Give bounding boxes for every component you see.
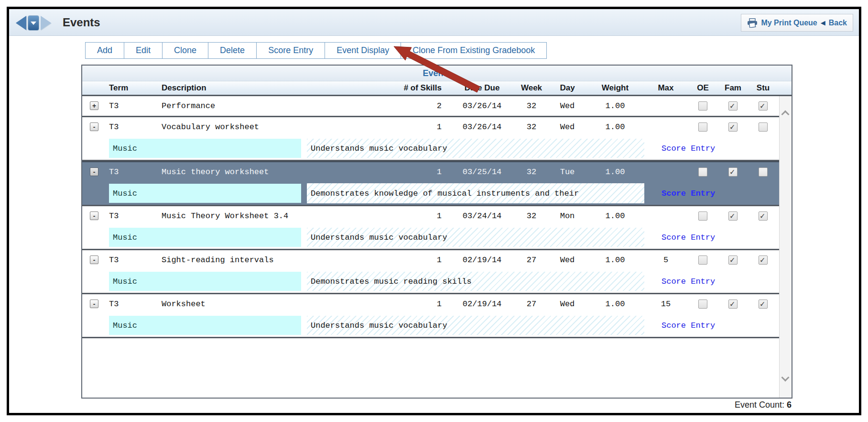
fam-cell xyxy=(718,300,748,309)
skills-cell: 1 xyxy=(389,122,449,132)
print-queue-bar: My Print Queue ◀ Back xyxy=(741,14,853,32)
expand-toggle-button[interactable]: - xyxy=(90,167,98,176)
stu-checkbox[interactable] xyxy=(759,122,768,132)
week-cell: 27 xyxy=(515,255,548,265)
score-entry-link[interactable]: Score Entry xyxy=(662,233,715,242)
event-row[interactable]: -T3Vocabulary worksheet103/26/1432Wed1.0… xyxy=(82,117,779,137)
toolbar-button-event-display[interactable]: Event Display xyxy=(325,42,401,59)
stu-cell xyxy=(748,167,778,177)
weight-cell: 1.00 xyxy=(586,211,644,221)
nav-next-icon[interactable] xyxy=(41,16,51,30)
scroll-down-icon[interactable] xyxy=(781,374,790,382)
toolbar-button-add[interactable]: Add xyxy=(85,42,124,59)
skill-description-cell: Understands music vocabulary xyxy=(307,139,644,158)
column-header-oe: OE xyxy=(688,83,718,93)
expand-toggle-button[interactable]: - xyxy=(90,255,98,264)
fam-cell xyxy=(718,122,748,132)
events-table: Events TermDescription# of SkillsDate Du… xyxy=(81,65,792,399)
skills-cell: 1 xyxy=(389,211,449,221)
term-cell: T3 xyxy=(107,167,160,177)
toolbar-button-edit[interactable]: Edit xyxy=(124,42,163,59)
subject-cell: Music xyxy=(109,184,301,203)
my-print-queue-link[interactable]: My Print Queue xyxy=(761,19,817,27)
week-cell: 32 xyxy=(515,167,548,177)
term-cell: T3 xyxy=(107,255,160,265)
date-due-cell: 03/25/14 xyxy=(449,167,515,177)
weight-cell: 1.00 xyxy=(586,122,644,132)
fam-checkbox[interactable] xyxy=(728,101,738,111)
event-row[interactable]: -T3Sight-reading intervals102/19/1427Wed… xyxy=(82,250,779,270)
week-cell: 27 xyxy=(515,300,548,309)
fam-cell xyxy=(718,167,748,177)
event-count-value: 6 xyxy=(787,400,792,410)
event-count: Event Count: 6 xyxy=(735,400,792,410)
fam-checkbox[interactable] xyxy=(728,211,738,221)
expand-toggle-button[interactable]: - xyxy=(90,300,98,308)
expand-toggle-button[interactable]: + xyxy=(90,101,98,110)
event-row[interactable]: +T3Performance203/26/1432Wed1.00 xyxy=(82,96,779,116)
score-entry-link[interactable]: Score Entry xyxy=(662,277,715,286)
fam-cell xyxy=(718,255,748,265)
skills-cell: 1 xyxy=(389,255,449,265)
max-cell: 15 xyxy=(644,300,688,309)
nav-dropdown-button[interactable] xyxy=(28,15,39,31)
date-due-cell: 03/26/14 xyxy=(449,101,515,111)
fam-checkbox[interactable] xyxy=(728,122,738,132)
oe-cell xyxy=(688,211,718,221)
fam-cell xyxy=(718,211,748,221)
oe-checkbox[interactable] xyxy=(698,167,707,177)
event-row[interactable]: -T3Music theory worksheet103/25/1432Tue1… xyxy=(82,162,779,182)
expand-cell: - xyxy=(82,167,107,177)
date-due-cell: 03/24/14 xyxy=(449,211,515,221)
fam-checkbox[interactable] xyxy=(728,300,738,309)
skill-description-cell: Understands music vocabulary xyxy=(307,228,644,247)
score-entry-link[interactable]: Score Entry xyxy=(662,189,715,198)
stu-checkbox[interactable] xyxy=(759,211,768,221)
oe-checkbox[interactable] xyxy=(698,255,707,265)
event-block: +T3Performance203/26/1432Wed1.00 xyxy=(82,96,779,117)
term-cell: T3 xyxy=(107,122,160,132)
oe-checkbox[interactable] xyxy=(698,300,707,309)
toolbar-button-clone[interactable]: Clone xyxy=(162,42,208,59)
expand-toggle-button[interactable]: - xyxy=(90,122,98,131)
toolbar-button-score-entry[interactable]: Score Entry xyxy=(256,42,325,59)
oe-checkbox[interactable] xyxy=(698,122,707,132)
stu-cell xyxy=(748,255,778,265)
skill-subrow: MusicUnderstands music vocabularyScore E… xyxy=(82,314,779,337)
skill-subrow: MusicDemonstrates music reading skillsSc… xyxy=(82,270,779,293)
oe-checkbox[interactable] xyxy=(698,101,707,111)
skill-description-cell: Understands music vocabulary xyxy=(307,316,644,335)
event-row[interactable]: -T3Music Theory Worksheet 3.4103/24/1432… xyxy=(82,206,779,226)
week-cell: 32 xyxy=(515,101,548,111)
weight-cell: 1.00 xyxy=(586,101,644,111)
nav-previous-icon[interactable] xyxy=(16,16,26,30)
stu-checkbox[interactable] xyxy=(759,255,768,265)
stu-cell xyxy=(748,211,778,221)
day-cell: Mon xyxy=(548,211,586,221)
fam-checkbox[interactable] xyxy=(728,167,738,177)
stu-checkbox[interactable] xyxy=(759,101,768,111)
stu-checkbox[interactable] xyxy=(759,300,768,309)
event-block: -T3Worksheet102/19/1427Wed1.0015MusicUnd… xyxy=(82,294,779,338)
skill-subrow: MusicDemonstrates knowledge of musical i… xyxy=(82,182,779,205)
skills-cell: 1 xyxy=(389,300,449,309)
vertical-scrollbar[interactable] xyxy=(779,96,792,398)
date-due-cell: 03/26/14 xyxy=(449,122,515,132)
event-row[interactable]: -T3Worksheet102/19/1427Wed1.0015 xyxy=(82,294,779,314)
score-entry-link[interactable]: Score Entry xyxy=(662,321,715,330)
oe-checkbox[interactable] xyxy=(698,211,707,221)
description-cell: Sight-reading intervals xyxy=(160,255,389,265)
fam-checkbox[interactable] xyxy=(728,255,738,265)
expand-cell: - xyxy=(82,122,107,132)
stu-checkbox[interactable] xyxy=(759,167,768,177)
toolbar-button-clone-from-existing-gradebook[interactable]: Clone From Existing Gradebook xyxy=(401,42,547,59)
score-entry-link[interactable]: Score Entry xyxy=(662,144,715,153)
printer-icon xyxy=(747,18,758,28)
scroll-up-icon[interactable] xyxy=(781,111,790,119)
expand-toggle-button[interactable]: - xyxy=(90,211,98,220)
toolbar-button-delete[interactable]: Delete xyxy=(208,42,257,59)
skill-description-cell: Demonstrates knowledge of musical instru… xyxy=(307,183,644,203)
back-arrow-icon: ◀ xyxy=(821,19,825,26)
back-link[interactable]: Back xyxy=(829,19,847,27)
description-cell: Performance xyxy=(160,101,389,111)
